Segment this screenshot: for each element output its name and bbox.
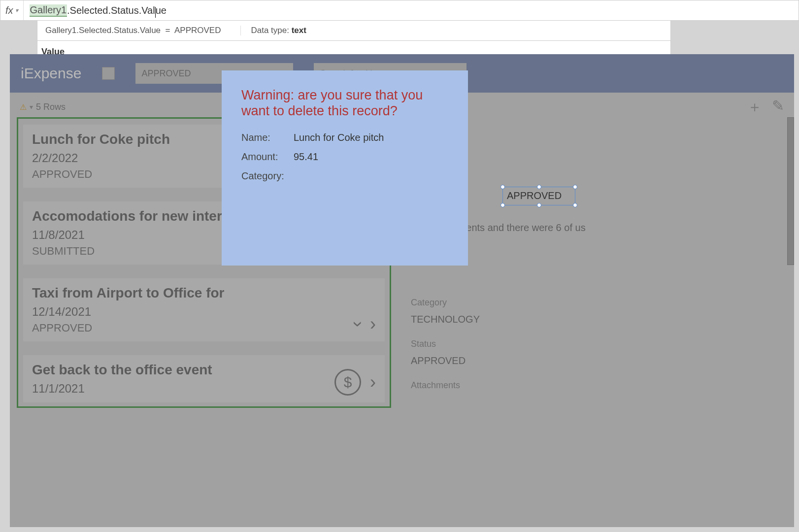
resize-handle[interactable] bbox=[537, 203, 541, 207]
category-label: Category bbox=[411, 298, 784, 308]
popup-row: Name: Lunch for Coke pitch bbox=[241, 132, 448, 143]
popup-label: Amount: bbox=[241, 151, 294, 163]
row-count: 5 Rows bbox=[36, 102, 66, 112]
status-label: Status bbox=[411, 339, 784, 349]
delete-confirm-popup: Warning: are you sure that you want to d… bbox=[222, 70, 468, 266]
popup-value: 95.41 bbox=[294, 151, 318, 163]
chevron-right-icon[interactable]: › bbox=[370, 372, 376, 393]
formula-bar: fx ▾ Gallery1.Selected.Status.Value bbox=[0, 0, 799, 21]
item-status: APPROVED bbox=[32, 322, 376, 334]
warning-icon[interactable]: ⚠ bbox=[20, 102, 27, 112]
popup-row: Category: bbox=[241, 170, 448, 182]
item-date: 12/14/2021 bbox=[32, 305, 376, 319]
popup-label: Category: bbox=[241, 170, 294, 182]
datatype-label: Data type: bbox=[251, 26, 291, 35]
gallery-item[interactable]: Get back to the office event 11/1/2021 $… bbox=[23, 355, 385, 402]
chevron-down-icon[interactable]: ▾ bbox=[30, 103, 33, 111]
toolbar-right: ＋ ✎ bbox=[747, 97, 784, 117]
chevron-down-icon[interactable]: › bbox=[348, 321, 368, 327]
resize-handle[interactable] bbox=[500, 203, 505, 207]
item-date: 11/1/2021 bbox=[32, 382, 376, 396]
chevron-right-icon[interactable]: › bbox=[370, 314, 376, 334]
resize-handle[interactable] bbox=[573, 203, 577, 207]
item-actions: › › bbox=[355, 314, 376, 334]
equals-sign: = bbox=[166, 26, 170, 35]
popup-value: Lunch for Coke pitch bbox=[294, 132, 384, 143]
resize-handle[interactable] bbox=[537, 185, 541, 189]
intellisense-value: APPROVED bbox=[174, 26, 221, 35]
dollar-icon[interactable]: $ bbox=[334, 369, 361, 396]
popup-label: Name: bbox=[241, 132, 294, 143]
datatype-value: text bbox=[292, 26, 306, 35]
item-title: Taxi from Airport to Office for bbox=[32, 285, 376, 301]
attachments-label: Attachments bbox=[411, 380, 784, 391]
selected-control-text: APPROVED bbox=[507, 190, 562, 201]
intellisense-datatype: Data type: text bbox=[240, 26, 306, 35]
formula-rest: .Selected.Status.Val bbox=[67, 5, 155, 16]
item-actions: $ › bbox=[334, 369, 376, 396]
intellisense-bar: Gallery1.Selected.Status.Value = APPROVE… bbox=[37, 21, 671, 41]
intellisense-result: Gallery1.Selected.Status.Value = APPROVE… bbox=[45, 26, 221, 35]
filter-checkbox[interactable] bbox=[102, 67, 115, 80]
popup-row: Amount: 95.41 bbox=[241, 151, 448, 163]
app-canvas: iExpense APPROVED ▾ Search for title ⚠ ▾… bbox=[10, 54, 794, 527]
item-title: Get back to the office event bbox=[32, 362, 376, 378]
add-icon[interactable]: ＋ bbox=[747, 97, 762, 117]
scrollbar-thumb[interactable] bbox=[787, 117, 794, 265]
formula-highlight: Gallery1 bbox=[30, 4, 67, 17]
fx-label[interactable]: fx ▾ bbox=[0, 0, 24, 20]
popup-warning-text: Warning: are you sure that you want to d… bbox=[241, 87, 448, 119]
dropdown-value: APPROVED bbox=[141, 68, 191, 79]
category-value: TECHNOLOGY bbox=[411, 314, 784, 325]
status-value: APPROVED bbox=[411, 355, 784, 366]
selected-control[interactable]: APPROVED bbox=[502, 187, 575, 205]
chevron-down-icon: ▾ bbox=[15, 7, 18, 14]
text-cursor bbox=[155, 7, 156, 18]
gallery-item[interactable]: Taxi from Airport to Office for 12/14/20… bbox=[23, 278, 385, 341]
resize-handle[interactable] bbox=[500, 185, 505, 189]
edit-icon[interactable]: ✎ bbox=[772, 97, 784, 117]
intellisense-expr: Gallery1.Selected.Status.Value bbox=[45, 26, 161, 35]
fx-text: fx bbox=[5, 5, 13, 16]
formula-input[interactable]: Gallery1.Selected.Status.Value bbox=[24, 4, 799, 17]
formula-tail: ue bbox=[156, 5, 166, 16]
resize-handle[interactable] bbox=[573, 185, 577, 189]
app-title: iExpense bbox=[21, 65, 81, 82]
